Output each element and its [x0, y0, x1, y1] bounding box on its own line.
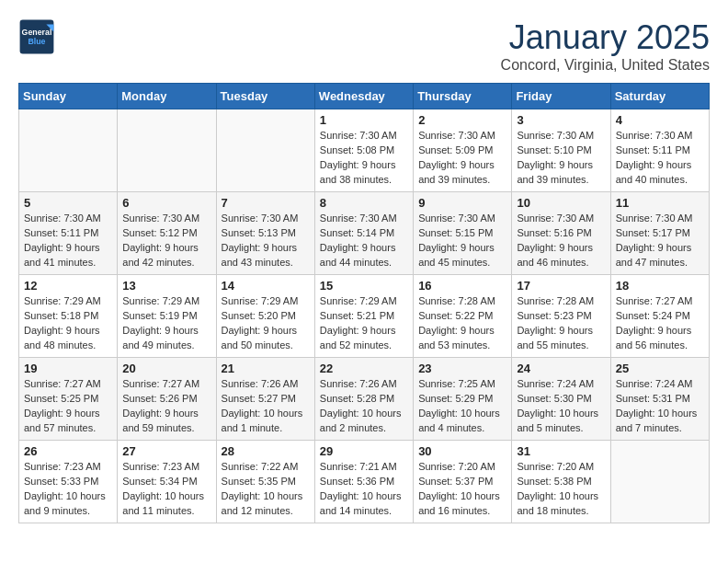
- cell-info: Sunrise: 7:23 AM Sunset: 5:34 PM Dayligh…: [122, 460, 210, 519]
- calendar-cell: 27Sunrise: 7:23 AM Sunset: 5:34 PM Dayli…: [118, 441, 216, 523]
- cell-info: Sunrise: 7:27 AM Sunset: 5:26 PM Dayligh…: [122, 377, 210, 436]
- cell-info: Sunrise: 7:24 AM Sunset: 5:30 PM Dayligh…: [517, 377, 605, 436]
- day-number: 6: [122, 196, 210, 210]
- day-number: 4: [616, 113, 704, 127]
- calendar-cell: 24Sunrise: 7:24 AM Sunset: 5:30 PM Dayli…: [512, 358, 610, 441]
- header-row: SundayMondayTuesdayWednesdayThursdayFrid…: [19, 84, 710, 109]
- week-row: 19Sunrise: 7:27 AM Sunset: 5:25 PM Dayli…: [19, 358, 710, 441]
- week-row: 26Sunrise: 7:23 AM Sunset: 5:33 PM Dayli…: [19, 441, 710, 523]
- calendar-cell: 30Sunrise: 7:20 AM Sunset: 5:37 PM Dayli…: [414, 441, 512, 523]
- calendar-cell: 3Sunrise: 7:30 AM Sunset: 5:10 PM Daylig…: [512, 109, 610, 192]
- cell-info: Sunrise: 7:21 AM Sunset: 5:36 PM Dayligh…: [320, 460, 408, 519]
- day-number: 19: [24, 362, 112, 375]
- day-number: 16: [418, 279, 506, 293]
- calendar-cell: 1Sunrise: 7:30 AM Sunset: 5:08 PM Daylig…: [314, 109, 413, 192]
- calendar-cell: 11Sunrise: 7:30 AM Sunset: 5:17 PM Dayli…: [610, 192, 709, 275]
- svg-text:Blue: Blue: [28, 37, 45, 46]
- day-number: 24: [517, 362, 605, 375]
- cell-info: Sunrise: 7:28 AM Sunset: 5:23 PM Dayligh…: [517, 294, 605, 353]
- day-number: 15: [320, 279, 408, 293]
- calendar-cell: [216, 109, 314, 192]
- calendar-cell: 18Sunrise: 7:27 AM Sunset: 5:24 PM Dayli…: [610, 275, 709, 358]
- cell-info: Sunrise: 7:30 AM Sunset: 5:14 PM Dayligh…: [320, 212, 408, 270]
- calendar-cell: 7Sunrise: 7:30 AM Sunset: 5:13 PM Daylig…: [216, 192, 314, 275]
- day-number: 29: [320, 444, 408, 458]
- cell-info: Sunrise: 7:25 AM Sunset: 5:29 PM Dayligh…: [418, 377, 506, 436]
- calendar-cell: 15Sunrise: 7:29 AM Sunset: 5:21 PM Dayli…: [314, 275, 413, 358]
- day-number: 18: [616, 279, 704, 293]
- week-row: 1Sunrise: 7:30 AM Sunset: 5:08 PM Daylig…: [19, 109, 710, 192]
- col-header-monday: Monday: [118, 84, 216, 109]
- location: Concord, Virginia, United States: [501, 57, 710, 74]
- cell-info: Sunrise: 7:30 AM Sunset: 5:16 PM Dayligh…: [517, 212, 605, 270]
- calendar-cell: 9Sunrise: 7:30 AM Sunset: 5:15 PM Daylig…: [414, 192, 512, 275]
- calendar-cell: 31Sunrise: 7:20 AM Sunset: 5:38 PM Dayli…: [512, 441, 610, 523]
- day-number: 9: [418, 196, 506, 210]
- logo-icon: General Blue: [18, 18, 55, 55]
- cell-info: Sunrise: 7:29 AM Sunset: 5:20 PM Dayligh…: [222, 294, 310, 353]
- day-number: 2: [418, 113, 506, 127]
- calendar-cell: 19Sunrise: 7:27 AM Sunset: 5:25 PM Dayli…: [19, 358, 118, 441]
- page-header: General Blue January 2025 Concord, Virgi…: [18, 18, 710, 74]
- day-number: 11: [616, 196, 704, 210]
- cell-info: Sunrise: 7:30 AM Sunset: 5:08 PM Dayligh…: [320, 129, 408, 188]
- day-number: 26: [24, 444, 112, 458]
- calendar-cell: 4Sunrise: 7:30 AM Sunset: 5:11 PM Daylig…: [610, 109, 709, 192]
- calendar-table: SundayMondayTuesdayWednesdayThursdayFrid…: [18, 83, 710, 523]
- cell-info: Sunrise: 7:26 AM Sunset: 5:27 PM Dayligh…: [222, 377, 310, 436]
- cell-info: Sunrise: 7:30 AM Sunset: 5:09 PM Dayligh…: [418, 129, 506, 188]
- calendar-cell: [118, 109, 216, 192]
- calendar-cell: 10Sunrise: 7:30 AM Sunset: 5:16 PM Dayli…: [512, 192, 610, 275]
- day-number: 13: [122, 279, 210, 293]
- day-number: 28: [222, 444, 310, 458]
- cell-info: Sunrise: 7:23 AM Sunset: 5:33 PM Dayligh…: [24, 460, 112, 519]
- logo: General Blue: [18, 18, 55, 55]
- cell-info: Sunrise: 7:24 AM Sunset: 5:31 PM Dayligh…: [616, 377, 704, 436]
- cell-info: Sunrise: 7:29 AM Sunset: 5:21 PM Dayligh…: [320, 294, 408, 353]
- day-number: 20: [122, 362, 210, 375]
- day-number: 31: [517, 444, 605, 458]
- calendar-cell: 14Sunrise: 7:29 AM Sunset: 5:20 PM Dayli…: [216, 275, 314, 358]
- day-number: 21: [222, 362, 310, 375]
- week-row: 12Sunrise: 7:29 AM Sunset: 5:18 PM Dayli…: [19, 275, 710, 358]
- cell-info: Sunrise: 7:28 AM Sunset: 5:22 PM Dayligh…: [418, 294, 506, 353]
- calendar-cell: 5Sunrise: 7:30 AM Sunset: 5:11 PM Daylig…: [19, 192, 118, 275]
- calendar-cell: 2Sunrise: 7:30 AM Sunset: 5:09 PM Daylig…: [414, 109, 512, 192]
- day-number: 5: [24, 196, 112, 210]
- calendar-cell: 6Sunrise: 7:30 AM Sunset: 5:12 PM Daylig…: [118, 192, 216, 275]
- cell-info: Sunrise: 7:29 AM Sunset: 5:18 PM Dayligh…: [24, 294, 112, 353]
- calendar-cell: 22Sunrise: 7:26 AM Sunset: 5:28 PM Dayli…: [314, 358, 413, 441]
- calendar-cell: 16Sunrise: 7:28 AM Sunset: 5:22 PM Dayli…: [414, 275, 512, 358]
- day-number: 10: [517, 196, 605, 210]
- day-number: 7: [222, 196, 310, 210]
- cell-info: Sunrise: 7:26 AM Sunset: 5:28 PM Dayligh…: [320, 377, 408, 436]
- col-header-thursday: Thursday: [414, 84, 512, 109]
- col-header-tuesday: Tuesday: [216, 84, 314, 109]
- svg-text:General: General: [22, 28, 52, 37]
- cell-info: Sunrise: 7:30 AM Sunset: 5:10 PM Dayligh…: [517, 129, 605, 188]
- col-header-saturday: Saturday: [610, 84, 709, 109]
- calendar-cell: 8Sunrise: 7:30 AM Sunset: 5:14 PM Daylig…: [314, 192, 413, 275]
- cell-info: Sunrise: 7:27 AM Sunset: 5:25 PM Dayligh…: [24, 377, 112, 436]
- calendar-cell: 13Sunrise: 7:29 AM Sunset: 5:19 PM Dayli…: [118, 275, 216, 358]
- col-header-sunday: Sunday: [19, 84, 118, 109]
- day-number: 22: [320, 362, 408, 375]
- day-number: 1: [320, 113, 408, 127]
- cell-info: Sunrise: 7:27 AM Sunset: 5:24 PM Dayligh…: [616, 294, 704, 353]
- day-number: 12: [24, 279, 112, 293]
- month-title: January 2025: [501, 18, 710, 57]
- day-number: 17: [517, 279, 605, 293]
- cell-info: Sunrise: 7:30 AM Sunset: 5:11 PM Dayligh…: [24, 212, 112, 270]
- day-number: 27: [122, 444, 210, 458]
- cell-info: Sunrise: 7:20 AM Sunset: 5:38 PM Dayligh…: [517, 460, 605, 519]
- cell-info: Sunrise: 7:30 AM Sunset: 5:15 PM Dayligh…: [418, 212, 506, 270]
- calendar-cell: [19, 109, 118, 192]
- day-number: 25: [616, 362, 704, 375]
- day-number: 30: [418, 444, 506, 458]
- cell-info: Sunrise: 7:30 AM Sunset: 5:17 PM Dayligh…: [616, 212, 704, 270]
- day-number: 14: [222, 279, 310, 293]
- calendar-cell: 26Sunrise: 7:23 AM Sunset: 5:33 PM Dayli…: [19, 441, 118, 523]
- day-number: 23: [418, 362, 506, 375]
- cell-info: Sunrise: 7:30 AM Sunset: 5:11 PM Dayligh…: [616, 129, 704, 188]
- calendar-cell: 29Sunrise: 7:21 AM Sunset: 5:36 PM Dayli…: [314, 441, 413, 523]
